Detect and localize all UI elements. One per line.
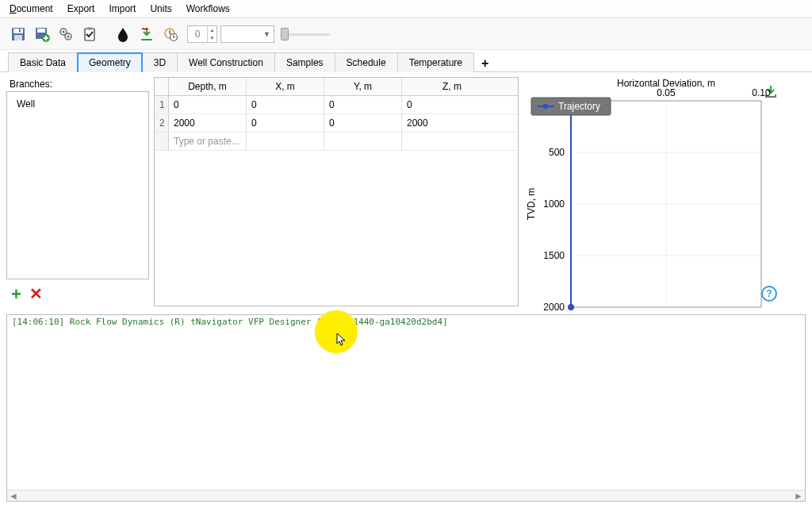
- table-header: Depth, m X, m Y, m Z, m: [155, 78, 518, 96]
- main-area: Branches: Well + ✕ Depth, m X, m Y, m Z,…: [0, 72, 812, 311]
- branches-label: Branches:: [6, 77, 149, 91]
- tab-schedule[interactable]: Schedule: [335, 52, 398, 72]
- branches-panel: Branches: Well + ✕: [6, 77, 149, 306]
- add-branch-button[interactable]: +: [11, 284, 21, 305]
- svg-text:1000: 1000: [543, 198, 565, 210]
- col-depth[interactable]: Depth, m: [169, 78, 247, 95]
- cell-y[interactable]: 0: [324, 96, 402, 114]
- spin-down-icon[interactable]: ▼: [208, 34, 216, 42]
- cell-depth[interactable]: 2000: [169, 114, 247, 132]
- table-row[interactable]: 1 0 0 0 0: [155, 96, 518, 114]
- gears-icon[interactable]: [56, 24, 76, 44]
- import-data-icon[interactable]: [136, 24, 157, 44]
- clipboard-check-icon[interactable]: [79, 24, 100, 44]
- cell-depth[interactable]: 0: [169, 96, 247, 114]
- svg-point-12: [67, 35, 70, 37]
- tab-temperature[interactable]: Temperature: [397, 52, 474, 72]
- branches-list[interactable]: Well: [6, 91, 149, 279]
- chart-panel: Horizontal Deviation, m0.050.10500100015…: [523, 77, 785, 306]
- cell-z[interactable]: 2000: [402, 114, 502, 132]
- svg-rect-3: [19, 29, 21, 32]
- svg-rect-1: [13, 29, 23, 33]
- history-spinbox[interactable]: 0 ▲ ▼: [187, 25, 217, 43]
- col-y[interactable]: Y, m: [324, 78, 402, 95]
- tab-bar: Basic Data Geometry 3D Well Construction…: [0, 50, 812, 72]
- menu-document[interactable]: Document: [10, 3, 53, 14]
- svg-point-36: [568, 304, 574, 310]
- table-row-new[interactable]: Type or paste...: [155, 133, 518, 151]
- save-add-icon[interactable]: [32, 24, 52, 44]
- col-x[interactable]: X, m: [247, 78, 324, 95]
- tab-3d[interactable]: 3D: [142, 52, 178, 72]
- console-output[interactable]: [14:06:10] Rock Flow Dynamics (R) tNavig…: [7, 315, 805, 490]
- new-row-placeholder[interactable]: Type or paste...: [169, 133, 247, 150]
- compass-time-icon[interactable]: [160, 24, 181, 44]
- add-tab-button[interactable]: +: [473, 55, 496, 72]
- console-scrollbar[interactable]: ◄►: [7, 490, 805, 501]
- delete-branch-button[interactable]: ✕: [29, 284, 43, 305]
- svg-rect-8: [44, 37, 48, 39]
- svg-text:0.10: 0.10: [752, 87, 771, 98]
- cell-y[interactable]: 0: [324, 114, 402, 132]
- tab-samples[interactable]: Samples: [274, 52, 335, 72]
- svg-text:TVD, m: TVD, m: [526, 188, 537, 221]
- help-icon[interactable]: ?: [761, 286, 777, 302]
- slider-thumb[interactable]: [281, 28, 289, 40]
- svg-point-10: [63, 30, 65, 33]
- trajectory-chart[interactable]: Horizontal Deviation, m0.050.10500100015…: [523, 77, 785, 318]
- toolbar-dropdown[interactable]: ▼: [220, 25, 274, 43]
- tab-geometry[interactable]: Geometry: [77, 52, 143, 72]
- spin-up-icon[interactable]: ▲: [208, 26, 216, 34]
- spinbox-value: 0: [188, 29, 207, 40]
- table-row[interactable]: 2 2000 0 0 2000: [155, 114, 518, 133]
- cell-z[interactable]: 0: [402, 96, 502, 114]
- svg-text:2000: 2000: [543, 302, 565, 313]
- tab-well-construction[interactable]: Well Construction: [177, 52, 275, 72]
- menu-export[interactable]: Export: [67, 3, 95, 14]
- svg-text:500: 500: [549, 147, 565, 158]
- col-idx: [155, 78, 169, 95]
- save-icon[interactable]: [8, 24, 29, 44]
- cell-x[interactable]: 0: [247, 114, 324, 132]
- col-z[interactable]: Z, m: [402, 78, 502, 95]
- svg-text:0.05: 0.05: [657, 87, 676, 98]
- svg-rect-2: [14, 35, 22, 40]
- log-line: [14:06:10] Rock Flow Dynamics (R) tNavig…: [12, 317, 448, 327]
- svg-point-39: [543, 104, 548, 109]
- svg-text:1500: 1500: [543, 250, 565, 261]
- branch-item[interactable]: Well: [17, 97, 139, 111]
- toolbar: 0 ▲ ▼ ▼: [0, 18, 812, 50]
- tab-basic-data[interactable]: Basic Data: [8, 52, 78, 72]
- droplet-icon[interactable]: [113, 24, 133, 44]
- menu-units[interactable]: Units: [150, 3, 171, 14]
- svg-rect-14: [87, 27, 92, 29]
- toolbar-slider[interactable]: [282, 26, 330, 42]
- trajectory-table: Depth, m X, m Y, m Z, m 1 0 0 0 0 2 2000…: [154, 77, 519, 306]
- menu-import[interactable]: Import: [109, 3, 136, 14]
- svg-text:Trajectory: Trajectory: [558, 101, 600, 112]
- svg-rect-5: [37, 29, 45, 33]
- menu-bar: Document Export Import Units Workflows: [0, 0, 812, 18]
- console-panel: [14:06:10] Rock Flow Dynamics (R) tNavig…: [6, 314, 806, 502]
- menu-workflows[interactable]: Workflows: [186, 3, 230, 14]
- cell-x[interactable]: 0: [247, 96, 324, 114]
